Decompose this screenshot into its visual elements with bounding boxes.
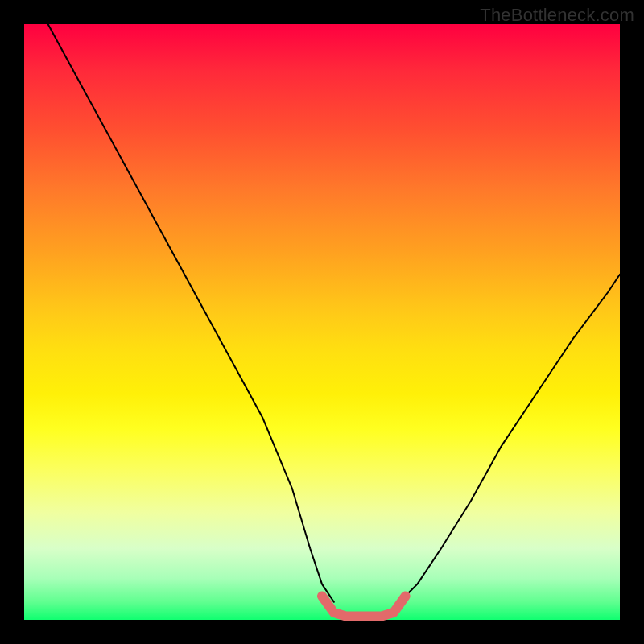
series-v-curve-right [399, 275, 620, 602]
chart-frame: TheBottleneck.com [0, 0, 644, 644]
chart-plot-area [24, 24, 620, 620]
series-v-curve-left [48, 24, 334, 602]
chart-svg-layer [24, 24, 620, 620]
series-bottom-band [322, 596, 406, 616]
watermark-text: TheBottleneck.com [480, 5, 634, 26]
